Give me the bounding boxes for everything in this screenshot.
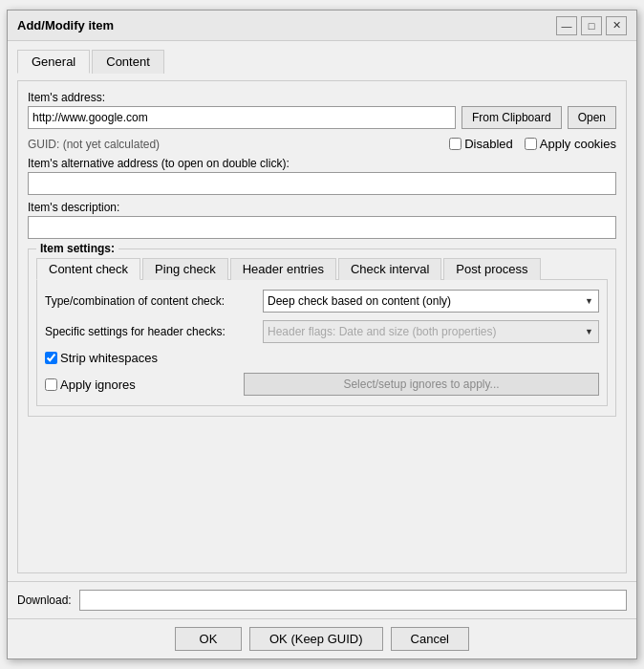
alt-address-group: Item's alternative address (to open on d… [28,157,616,195]
disabled-checkbox-label[interactable]: Disabled [449,137,513,151]
select-ignores-button[interactable]: Select/setup ignores to apply... [244,373,599,396]
main-panel: Item's address: From Clipboard Open GUID… [17,80,627,573]
download-input[interactable] [79,590,627,611]
tab-post-process[interactable]: Post process [443,258,540,280]
title-bar: Add/Modify item — □ ✕ [8,11,636,41]
main-content: General Content Item's address: From Cli… [8,41,636,581]
checkboxes-row: Disabled Apply cookies [449,137,616,151]
address-group: Item's address: From Clipboard Open [28,91,616,129]
ok-button[interactable]: OK [175,627,242,651]
address-row: From Clipboard Open [28,106,616,129]
close-button[interactable]: ✕ [606,16,627,35]
maximize-button[interactable]: □ [581,16,602,35]
tab-general[interactable]: General [17,50,90,74]
top-tabs: General Content [17,49,627,73]
specific-row: Specific settings for header checks: Hea… [45,320,599,343]
strip-whitespaces-label[interactable]: Strip whitespaces [45,351,158,365]
guid-row: GUID: (not yet calculated) Disabled Appl… [28,137,616,151]
description-label: Item's description: [28,201,616,214]
apply-ignores-row: Apply ignores Select/setup ignores to ap… [45,373,599,396]
download-bar: Download: [8,581,636,618]
item-settings-group: Item settings: Content check Ping check … [28,248,616,417]
description-input[interactable] [28,216,616,239]
description-group: Item's description: [28,201,616,239]
address-label: Item's address: [28,91,616,104]
tab-check-interval[interactable]: Check interval [338,258,441,280]
footer-buttons: OK OK (Keep GUID) Cancel [8,618,636,658]
address-input[interactable] [28,106,456,129]
ok-keep-guid-button[interactable]: OK (Keep GUID) [249,627,383,651]
type-row: Type/combination of content check: Deep … [45,290,599,313]
inner-tabs: Content check Ping check Header entries … [36,257,608,280]
cancel-button[interactable]: Cancel [391,627,469,651]
specific-select[interactable]: Header flags: Date and size (both proper… [263,320,599,343]
from-clipboard-button[interactable]: From Clipboard [462,106,562,129]
minimize-button[interactable]: — [556,16,577,35]
apply-ignores-label[interactable]: Apply ignores [45,378,236,392]
tab-content[interactable]: Content [92,50,164,74]
alt-address-label: Item's alternative address (to open on d… [28,157,616,170]
specific-select-wrapper: Header flags: Date and size (both proper… [263,320,599,343]
type-select[interactable]: Deep check based on content (only) Heade… [263,290,599,313]
main-window: Add/Modify item — □ ✕ General Content It… [7,10,637,659]
guid-text: GUID: (not yet calculated) [28,138,160,151]
tab-header-entries[interactable]: Header entries [230,258,336,280]
apply-cookies-checkbox[interactable] [525,138,537,150]
tab-content-check[interactable]: Content check [36,258,140,280]
apply-ignores-checkbox[interactable] [45,378,57,391]
type-label: Type/combination of content check: [45,294,255,308]
open-button[interactable]: Open [568,106,616,129]
strip-whitespaces-checkbox[interactable] [45,352,57,364]
inner-panel: Type/combination of content check: Deep … [36,280,608,406]
type-select-wrapper: Deep check based on content (only) Heade… [263,290,599,313]
specific-label: Specific settings for header checks: [45,325,255,338]
apply-cookies-checkbox-label[interactable]: Apply cookies [525,137,616,151]
window-title: Add/Modify item [17,18,114,32]
strip-whitespaces-row: Strip whitespaces [45,351,599,365]
alt-address-input[interactable] [28,172,616,195]
download-label: Download: [17,593,72,607]
tab-ping-check[interactable]: Ping check [142,258,228,280]
title-bar-controls: — □ ✕ [556,16,627,35]
item-settings-label: Item settings: [36,242,118,255]
disabled-checkbox[interactable] [449,138,462,150]
